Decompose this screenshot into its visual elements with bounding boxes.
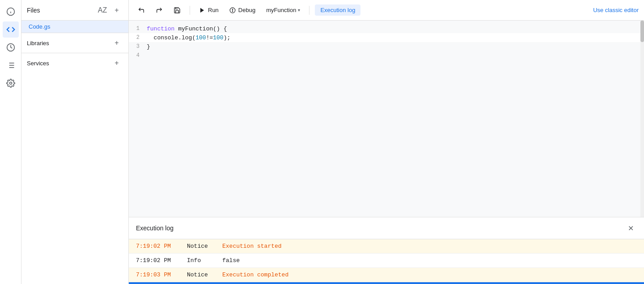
log-level-1: Notice (187, 243, 212, 250)
line-number-2: 2 (129, 34, 147, 41)
toolbar-divider-1 (190, 6, 190, 15)
info-icon[interactable] (3, 4, 19, 20)
file-panel-actions: AZ + (96, 4, 123, 17)
execution-log-panel: Execution log ✕ 7:19:02 PM Notice Execut… (129, 217, 644, 284)
line-content-2: console.log(100!=100); (147, 34, 644, 41)
debug-button[interactable]: Debug (226, 5, 259, 15)
add-library-button[interactable]: + (110, 37, 123, 49)
line-number-3: 3 (129, 43, 147, 50)
line-number-4: 4 (129, 52, 147, 59)
triggers-icon[interactable] (3, 39, 19, 55)
bottom-progress-bar (129, 282, 644, 284)
main-area: Run Debug myFunction ▾ Execution log Use… (129, 0, 644, 284)
log-timestamp-2: 7:19:02 PM (136, 257, 176, 264)
execution-log-title: Execution log (136, 225, 174, 232)
classic-editor-link[interactable]: Use classic editor (593, 7, 639, 13)
libraries-section-header: Libraries + (21, 33, 128, 53)
log-level-3: Notice (187, 271, 212, 278)
files-title: Files (27, 7, 40, 14)
function-name: myFunction (266, 7, 296, 13)
services-section-header: Services + (21, 53, 128, 73)
toolbar: Run Debug myFunction ▾ Execution log Use… (129, 0, 644, 21)
code-editor[interactable]: 1 function myFunction() { 2 console.log(… (129, 21, 644, 217)
log-message-2: false (222, 257, 240, 264)
editor-scrollbar-thumb[interactable] (640, 21, 644, 42)
save-button[interactable] (170, 5, 184, 16)
code-line-4: 4 (129, 51, 644, 60)
editor-icon[interactable] (3, 21, 19, 38)
redo-button[interactable] (152, 5, 166, 16)
executions-icon[interactable] (3, 57, 19, 73)
file-panel: Files AZ + Code.gs Libraries + Services … (21, 0, 129, 284)
sort-files-button[interactable]: AZ (96, 4, 109, 17)
run-label: Run (208, 7, 219, 13)
run-button[interactable]: Run (195, 5, 222, 15)
log-row-1: 7:19:02 PM Notice Execution started (129, 239, 644, 254)
log-message-3: Execution completed (222, 271, 288, 278)
log-message-1: Execution started (222, 243, 282, 250)
code-line-1: 1 function myFunction() { (129, 24, 644, 33)
add-service-button[interactable]: + (110, 57, 123, 69)
code-line-2: 2 console.log(100!=100); (129, 33, 644, 42)
libraries-title: Libraries (27, 40, 49, 47)
log-level-2: Info (187, 257, 212, 264)
code-line-3: 3 } (129, 42, 644, 51)
log-timestamp-1: 7:19:02 PM (136, 243, 176, 250)
line-content-1: function myFunction() { (147, 25, 644, 32)
log-row-2: 7:19:02 PM Info false (129, 254, 644, 268)
function-selector[interactable]: myFunction ▾ (263, 5, 304, 15)
execution-log-button[interactable]: Execution log (315, 4, 360, 16)
close-execution-log-button[interactable]: ✕ (624, 222, 637, 234)
editor-scrollbar-track[interactable] (640, 21, 644, 217)
svg-point-10 (9, 82, 12, 85)
debug-label: Debug (238, 7, 255, 13)
execution-log-header: Execution log ✕ (129, 217, 644, 239)
line-content-3: } (147, 43, 644, 50)
services-title: Services (27, 60, 49, 67)
settings-icon[interactable] (3, 75, 19, 91)
add-file-button[interactable]: + (110, 4, 123, 17)
function-chevron: ▾ (298, 8, 300, 13)
line-number-1: 1 (129, 25, 147, 32)
toolbar-divider-2 (309, 6, 309, 15)
code-gs-file[interactable]: Code.gs (21, 21, 128, 33)
undo-button[interactable] (134, 5, 148, 16)
icon-rail (0, 0, 21, 284)
svg-marker-11 (200, 8, 204, 13)
log-timestamp-3: 7:19:03 PM (136, 271, 176, 278)
file-panel-header: Files AZ + (21, 0, 128, 21)
log-row-3: 7:19:03 PM Notice Execution completed (129, 268, 644, 282)
